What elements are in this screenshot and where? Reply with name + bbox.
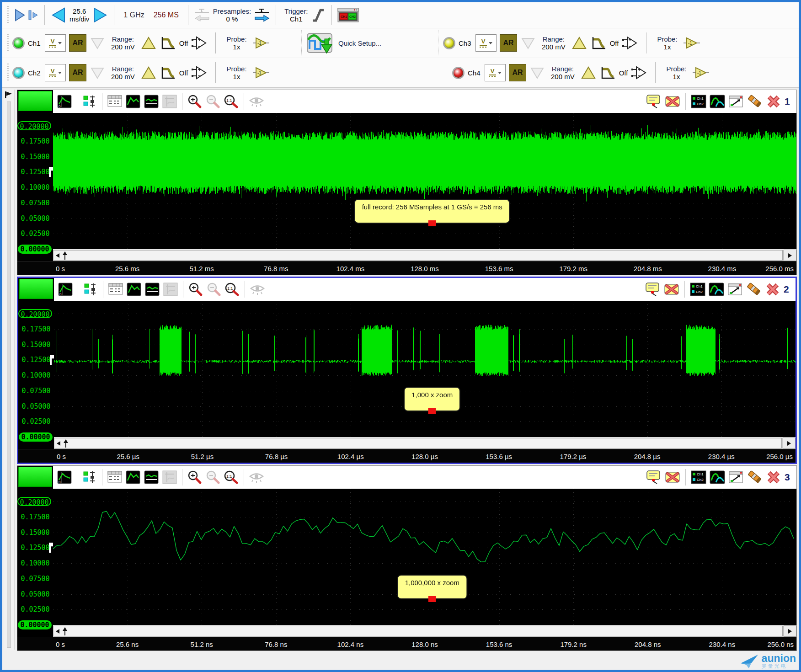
lowpass-filter-icon[interactable] <box>160 65 176 80</box>
add-comment-icon[interactable] <box>644 280 662 299</box>
horizontal-scrollbar[interactable] <box>54 437 796 449</box>
add-comment-icon[interactable] <box>645 92 662 111</box>
graph-style-icon[interactable] <box>708 280 725 299</box>
graph-settings-icon[interactable]: 0 <box>56 468 73 486</box>
side-rail-track[interactable] <box>7 101 11 648</box>
scrollbar-thumb[interactable] <box>54 438 782 448</box>
zoom-in-icon[interactable] <box>186 92 203 111</box>
delete-comments-icon[interactable] <box>663 280 680 299</box>
measurements-table-icon[interactable] <box>106 92 123 111</box>
range-up-button[interactable] <box>141 36 156 50</box>
plot-area[interactable]: 1,000 x zoom <box>54 301 796 437</box>
legend-icon[interactable]: Ch1Ch2 <box>689 280 706 299</box>
coupling-select[interactable]: V <box>485 64 506 81</box>
differential-amp-icon[interactable] <box>631 65 647 80</box>
start-button[interactable] <box>12 8 26 22</box>
graph-settings-icon[interactable]: 0 <box>57 280 74 299</box>
channel-led[interactable] <box>12 37 25 49</box>
probe-gain-icon[interactable]: -1 <box>693 66 709 79</box>
scroll-right-button[interactable] <box>783 437 796 449</box>
coupling-select[interactable]: V <box>45 34 66 52</box>
probe-gain-icon[interactable]: -1 <box>253 66 269 79</box>
channel-indicator-bar[interactable] <box>18 467 52 487</box>
channel-sources-icon[interactable] <box>82 280 99 299</box>
zoom-reset-icon[interactable]: 1:1 <box>224 280 241 299</box>
zoom-tooltip[interactable]: 1,000 x zoom <box>404 387 460 411</box>
quick-setup-button[interactable]: Quick Setup... <box>301 30 438 56</box>
delete-comments-icon[interactable] <box>664 468 681 486</box>
coupling-select[interactable]: V <box>45 64 66 81</box>
range-up-button[interactable] <box>581 65 596 80</box>
timebase-display[interactable]: 25.6 ms/div <box>69 7 89 23</box>
trigger-display[interactable]: Trigger: Ch1 <box>284 7 308 23</box>
side-rail[interactable] <box>4 90 15 650</box>
horizontal-scrollbar[interactable] <box>53 625 796 637</box>
plot-area[interactable]: 1,000,000 x zoom <box>53 489 796 625</box>
zoom-tooltip[interactable]: full record: 256 MSamples at 1 GS/s = 25… <box>354 199 510 224</box>
peak-detect-icon[interactable] <box>124 468 142 486</box>
zoom-in-icon[interactable] <box>187 280 204 299</box>
presamples-increase-button[interactable] <box>254 6 270 24</box>
probe-gain-icon[interactable]: -1 <box>684 37 700 49</box>
undock-icon[interactable] <box>727 468 745 486</box>
clear-icon[interactable] <box>745 280 763 299</box>
differential-amp-icon[interactable] <box>191 65 208 80</box>
lowpass-filter-icon[interactable] <box>599 65 616 80</box>
legend-icon[interactable]: Ch1Ch2 <box>690 468 707 486</box>
add-comment-icon[interactable] <box>645 468 662 486</box>
channel-windows-button[interactable]: CH1CH2 <box>337 6 359 24</box>
scroll-right-button[interactable] <box>784 250 796 261</box>
delete-comments-icon[interactable] <box>664 92 681 111</box>
probe-gain-icon[interactable]: -1 <box>253 37 269 49</box>
one-shot-button[interactable] <box>26 8 39 22</box>
channel-indicator-bar[interactable] <box>18 91 52 111</box>
zoom-reset-icon[interactable]: 1:1 <box>223 468 240 486</box>
lowpass-filter-icon[interactable] <box>160 36 176 50</box>
clear-icon[interactable] <box>746 468 764 486</box>
average-icon[interactable] <box>143 468 160 486</box>
autorange-button[interactable]: AR <box>500 34 517 52</box>
horizontal-scrollbar[interactable] <box>53 249 796 261</box>
clear-icon[interactable] <box>746 92 764 111</box>
legend-icon[interactable]: Ch1Ch2 <box>690 92 707 111</box>
channel-sources-icon[interactable] <box>81 92 98 111</box>
channel-led[interactable] <box>452 67 465 79</box>
range-up-button[interactable] <box>571 36 587 50</box>
zoom-tooltip[interactable]: 1,000,000 x zoom <box>397 575 467 599</box>
autorange-button[interactable]: AR <box>509 64 526 81</box>
graph-style-icon[interactable] <box>709 92 726 111</box>
presamples-display[interactable]: Presamples: 0 % <box>213 7 251 23</box>
differential-amp-icon[interactable] <box>622 36 638 50</box>
collapse-flag-icon[interactable] <box>5 91 13 99</box>
peak-detect-icon[interactable] <box>125 280 143 299</box>
timebase-slower-button[interactable] <box>50 6 67 24</box>
average-icon[interactable] <box>143 92 160 111</box>
channel-sources-icon[interactable] <box>81 468 98 486</box>
channel-indicator-bar[interactable] <box>19 279 53 299</box>
coupling-select[interactable]: V <box>475 34 497 52</box>
undock-icon[interactable] <box>727 92 745 111</box>
trigger-slope-rising-icon[interactable] <box>310 7 326 23</box>
channel-led[interactable] <box>443 37 455 49</box>
autorange-button[interactable]: AR <box>69 64 86 81</box>
measurements-table-icon[interactable] <box>107 280 124 299</box>
scroll-right-button[interactable] <box>784 625 796 637</box>
peak-detect-icon[interactable] <box>124 92 142 111</box>
zoom-reset-icon[interactable]: 1:1 <box>223 92 240 111</box>
close-graph-icon[interactable] <box>765 468 782 486</box>
scrollbar-thumb[interactable] <box>53 626 783 636</box>
graph-settings-icon[interactable]: 0 <box>56 92 73 111</box>
undock-icon[interactable] <box>726 280 744 299</box>
lowpass-filter-icon[interactable] <box>590 36 607 50</box>
graph-style-icon[interactable] <box>709 468 726 486</box>
close-graph-icon[interactable] <box>765 92 782 111</box>
close-graph-icon[interactable] <box>764 280 781 299</box>
channel-led[interactable] <box>12 67 25 79</box>
autorange-button[interactable]: AR <box>69 34 86 52</box>
range-up-button[interactable] <box>141 65 156 80</box>
zoom-in-icon[interactable] <box>186 468 203 486</box>
plot-area[interactable]: full record: 256 MSamples at 1 GS/s = 25… <box>53 113 796 249</box>
scrollbar-thumb[interactable] <box>53 250 783 261</box>
timebase-faster-button[interactable] <box>92 6 108 24</box>
differential-amp-icon[interactable] <box>191 36 208 50</box>
